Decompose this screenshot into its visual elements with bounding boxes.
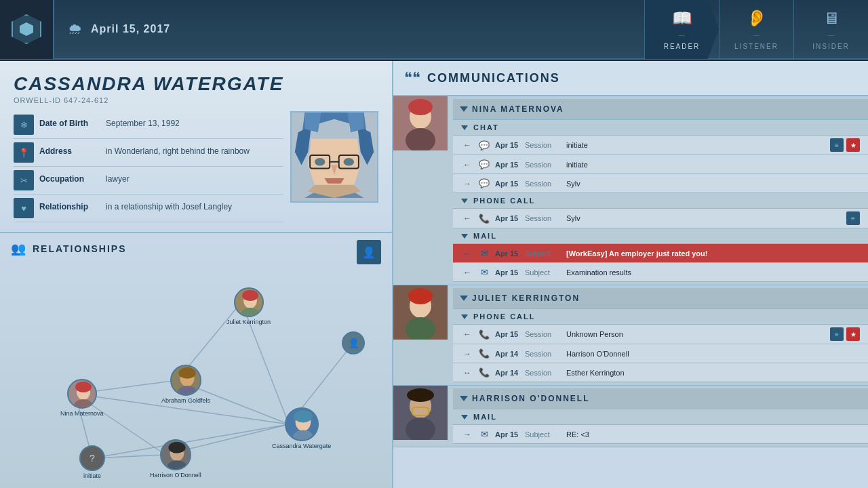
person-name-juliet: JULIET KERRINGTON bbox=[472, 293, 580, 303]
message-type-icon: 💬 bbox=[477, 159, 491, 169]
person-block-nina: NINA MATERNOVA CHAT ← 💬 Apr 15 Session i… bbox=[393, 96, 868, 285]
direction-icon: → bbox=[461, 430, 473, 439]
profile-name: CASSANDRA WATERGATE bbox=[14, 73, 378, 95]
comm-date: Apr 14 bbox=[495, 369, 521, 377]
direction-icon: ← bbox=[461, 329, 473, 339]
weather-icon: 🌧 bbox=[68, 20, 83, 38]
comm-row[interactable]: ← 💬 Apr 15 Session initiate ≡ ★ bbox=[453, 136, 868, 155]
comm-row[interactable]: ← 💬 Apr 15 Session initiate bbox=[453, 155, 868, 174]
person-avatar-harrison bbox=[393, 386, 448, 440]
comm-label: Session bbox=[525, 180, 562, 188]
listener-icon: 👂 bbox=[747, 9, 767, 28]
collapse-cat-tri[interactable] bbox=[461, 415, 468, 420]
nav-tab-reader[interactable]: 📖 — READER bbox=[644, 0, 719, 59]
comm-date: Apr 15 bbox=[495, 249, 521, 258]
comm-label: Subject bbox=[525, 268, 562, 277]
comm-value: Sylv bbox=[566, 180, 856, 188]
node-harrison[interactable]: Harrison O'Donnell bbox=[150, 439, 201, 479]
detail-icon: ♥ bbox=[14, 198, 34, 218]
person-header-juliet: JULIET KERRINGTON PHONE CALL ← 📞 Apr 15 … bbox=[393, 285, 868, 385]
person-header-nina: NINA MATERNOVA CHAT ← 💬 Apr 15 Session i… bbox=[393, 96, 868, 285]
category-mail-harrison: MAIL bbox=[453, 409, 868, 425]
right-panel: ❝❝ COMMUNICATIONS NINA MATERNOVA CHAT ← … bbox=[393, 61, 868, 488]
quote-icon: ❝❝ bbox=[404, 69, 420, 87]
comm-label: Session bbox=[525, 141, 562, 149]
node-juliet[interactable]: Juliet Kerrington bbox=[226, 287, 271, 326]
flag-action-btn[interactable]: ★ bbox=[846, 138, 860, 152]
relationship-graph: Nina Maternova Juliet Kerrington Abraham… bbox=[11, 262, 381, 473]
message-type-icon: ✉ bbox=[477, 429, 491, 439]
person-block-harrison: HARRISON O'DONNELL MAIL → ✉ Apr 15 Subje… bbox=[393, 386, 868, 447]
nav-tab-listener[interactable]: 👂 — LISTENER bbox=[719, 0, 793, 59]
comm-row[interactable]: ← ✉ Apr 15 Subject Examination results bbox=[453, 263, 868, 282]
comm-row[interactable]: ← 📞 Apr 15 Session Sylv ≡ bbox=[453, 209, 868, 228]
message-type-icon: 📞 bbox=[477, 348, 491, 359]
node-abraham[interactable]: Abraham Goldfels bbox=[161, 365, 210, 405]
direction-icon: ← bbox=[461, 140, 473, 150]
collapse-cat-tri[interactable] bbox=[461, 314, 468, 319]
collapse-cat-tri[interactable] bbox=[461, 234, 468, 239]
collapse-tri-nina[interactable] bbox=[460, 106, 468, 112]
list-action-btn[interactable]: ≡ bbox=[830, 138, 844, 152]
node-circle-harrison bbox=[160, 439, 191, 470]
comm-row[interactable]: → 💬 Apr 15 Session Sylv bbox=[453, 174, 868, 193]
flag-action-btn[interactable]: ★ bbox=[846, 327, 860, 341]
comm-value: Harrison O'Donnell bbox=[566, 350, 856, 358]
detail-label: Occupation bbox=[39, 170, 100, 184]
category-name: CHAT bbox=[473, 123, 499, 131]
collapse-tri-harrison[interactable] bbox=[460, 396, 468, 401]
comm-actions: ≡ bbox=[846, 211, 860, 225]
comm-row[interactable]: ← ✉ Apr 15 Subject [WorkEasy] An employe… bbox=[453, 244, 868, 263]
svg-point-33 bbox=[242, 290, 258, 301]
category-mail-nina: MAIL bbox=[453, 228, 868, 244]
date-section: 🌧 April 15, 2017 bbox=[54, 20, 644, 38]
direction-icon: ← bbox=[461, 268, 473, 277]
svg-marker-13 bbox=[324, 178, 344, 184]
detail-icon: ❄ bbox=[14, 115, 34, 135]
list-action-btn[interactable]: ≡ bbox=[830, 327, 844, 341]
detail-row-relationship: ♥ Relationship in a relationship with Jo… bbox=[14, 195, 283, 222]
node-cassandra[interactable]: Cassandra Watergate bbox=[272, 407, 331, 450]
insider-icon: 🖥 bbox=[823, 9, 840, 28]
collapse-cat-tri[interactable] bbox=[461, 199, 468, 203]
reader-icon: 📖 bbox=[672, 9, 692, 28]
add-person-button[interactable]: 👤 bbox=[357, 240, 381, 264]
node-label-nina: Nina Maternova bbox=[60, 410, 104, 418]
comm-row[interactable]: → 📞 Apr 14 Session Harrison O'Donnell bbox=[453, 344, 868, 363]
detail-value: September 13, 1992 bbox=[106, 115, 283, 128]
collapse-cat-tri[interactable] bbox=[461, 125, 468, 130]
person-name-row-juliet: JULIET KERRINGTON bbox=[453, 288, 868, 309]
reader-label: READER bbox=[664, 43, 701, 50]
direction-icon: ← bbox=[461, 249, 473, 258]
nav-tab-insider[interactable]: 🖥 — INSIDER bbox=[793, 0, 868, 59]
svg-point-41 bbox=[168, 442, 185, 453]
comm-row[interactable]: ← 📞 Apr 15 Session Unknown Person ≡ ★ bbox=[453, 325, 868, 344]
nav-tabs: 📖 — READER 👂 — LISTENER 🖥 — INSIDER bbox=[644, 0, 868, 59]
collapse-tri-juliet[interactable] bbox=[460, 296, 468, 301]
person-avatar-juliet bbox=[393, 285, 448, 340]
message-type-icon: 📞 bbox=[477, 329, 491, 340]
comm-date: Apr 15 bbox=[495, 214, 521, 222]
detail-label: Address bbox=[39, 142, 100, 156]
person-name-row-harrison: HARRISON O'DONNELL bbox=[453, 388, 868, 409]
comm-row[interactable]: → ✉ Apr 15 Subject RE: <3 bbox=[453, 425, 868, 444]
category-name: MAIL bbox=[473, 232, 497, 240]
detail-row-address: 📍 Address in Wonderland, right behind th… bbox=[14, 139, 283, 167]
hex-inner bbox=[20, 22, 33, 36]
message-type-icon: ✉ bbox=[477, 267, 491, 277]
profile-orwell-id: ORWELL-ID 647-24-612 bbox=[14, 96, 378, 104]
detail-row-occupation: ✂ Occupation lawyer bbox=[14, 167, 283, 195]
comm-value: [WorkEasy] An employer just rated you! bbox=[566, 249, 856, 258]
node-initiate[interactable]: ?initiate bbox=[79, 445, 105, 480]
comm-row[interactable]: ↔ 📞 Apr 14 Session Esther Kerrington bbox=[453, 363, 868, 382]
category-chat-nina: CHAT bbox=[453, 120, 868, 136]
direction-icon: ← bbox=[461, 214, 473, 223]
node-nina[interactable]: Nina Maternova bbox=[60, 379, 104, 418]
list-action-btn[interactable]: ≡ bbox=[846, 211, 860, 225]
comm-label: Session bbox=[525, 330, 562, 338]
node-label-initiate: initiate bbox=[83, 472, 101, 480]
collapse-arrow[interactable] bbox=[290, 150, 292, 164]
top-bar: 🌧 April 15, 2017 📖 — READER 👂 — LISTENER… bbox=[0, 0, 868, 60]
node-circle-nina bbox=[67, 379, 97, 409]
node-unknown[interactable]: 👤 bbox=[342, 331, 365, 356]
